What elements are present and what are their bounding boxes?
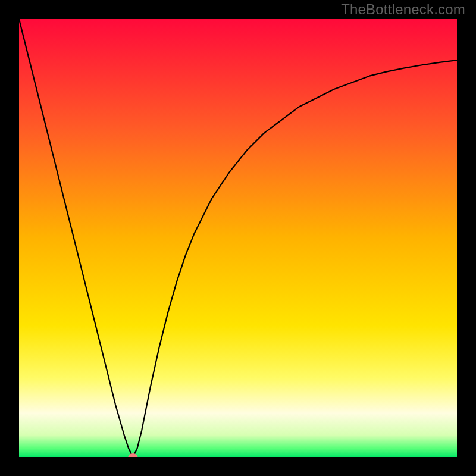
watermark-text: TheBottleneck.com [341, 1, 465, 18]
gradient-rect [19, 19, 457, 457]
plot-area [19, 19, 457, 457]
chart-svg [19, 19, 457, 457]
chart-frame: TheBottleneck.com [0, 0, 476, 476]
